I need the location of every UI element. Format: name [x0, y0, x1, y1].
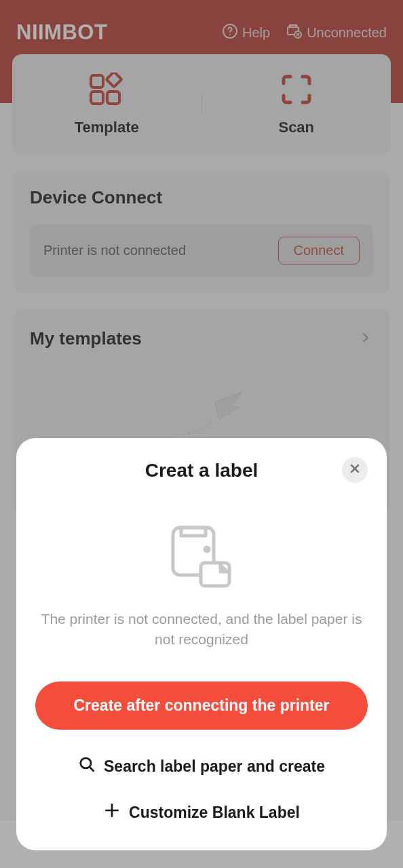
search-icon — [78, 755, 96, 777]
create-after-connecting-button[interactable]: Create after connecting the printer — [35, 682, 368, 730]
customize-label-text: Customize Blank Label — [129, 804, 300, 822]
plus-icon — [103, 802, 121, 823]
close-icon — [349, 462, 361, 477]
search-label-text: Search label paper and create — [104, 757, 325, 776]
modal-title: Creat a label — [145, 460, 258, 481]
close-button[interactable] — [342, 457, 368, 483]
svg-rect-11 — [181, 528, 206, 536]
modal-header: Creat a label — [35, 460, 368, 481]
search-label-paper-button[interactable]: Search label paper and create — [78, 755, 325, 777]
customize-blank-label-button[interactable]: Customize Blank Label — [103, 802, 300, 823]
create-label-modal: Creat a label The printer is not connect… — [16, 438, 387, 850]
printer-illustration — [161, 522, 242, 593]
svg-point-12 — [205, 547, 209, 551]
modal-message: The printer is not connected, and the la… — [35, 609, 368, 649]
